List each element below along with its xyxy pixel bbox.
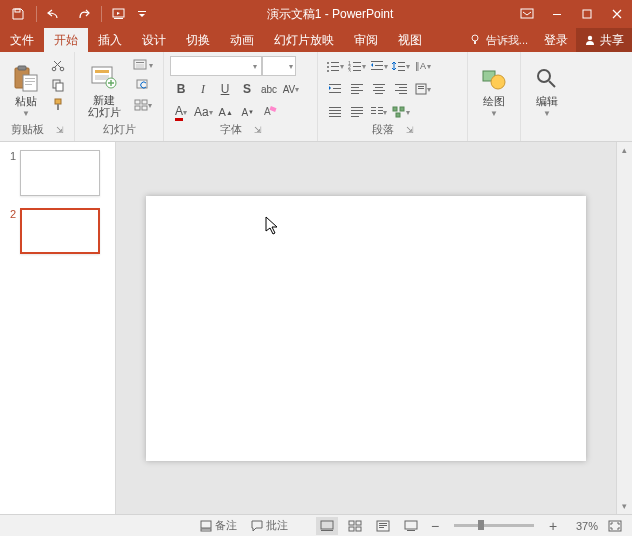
- bold-button[interactable]: B: [170, 79, 192, 99]
- shrink-font-button[interactable]: A▼: [237, 102, 259, 122]
- tab-design[interactable]: 设计: [132, 28, 176, 52]
- char-spacing-button[interactable]: AV▾: [280, 79, 302, 99]
- indent-decrease-button[interactable]: ▾: [368, 56, 390, 76]
- tab-file[interactable]: 文件: [0, 28, 44, 52]
- comment-icon: [251, 520, 263, 532]
- underline-button[interactable]: U: [214, 79, 236, 99]
- slide-canvas-area[interactable]: [116, 142, 616, 514]
- distributed-button[interactable]: [346, 102, 368, 122]
- notes-icon: [200, 520, 212, 532]
- fit-to-window-button[interactable]: [604, 517, 626, 535]
- font-family-picker[interactable]: ▾: [170, 56, 262, 76]
- reading-view-button[interactable]: [372, 517, 394, 535]
- change-case-button[interactable]: Aa▾: [192, 102, 215, 122]
- sign-in-link[interactable]: 登录: [536, 32, 576, 49]
- numbering-button[interactable]: 123▾: [346, 56, 368, 76]
- maximize-button[interactable]: [572, 0, 602, 28]
- start-from-beginning-button[interactable]: [108, 2, 132, 26]
- tab-home[interactable]: 开始: [44, 28, 88, 52]
- tab-transitions[interactable]: 切换: [176, 28, 220, 52]
- slideshow-view-button[interactable]: [400, 517, 422, 535]
- paragraph-launcher[interactable]: ⇲: [406, 125, 414, 135]
- thumbnail-preview: [20, 150, 100, 196]
- svg-rect-39: [331, 66, 339, 67]
- zoom-level[interactable]: 37%: [566, 520, 598, 532]
- shadow-button[interactable]: abc: [258, 79, 280, 99]
- format-painter-button[interactable]: [48, 96, 68, 114]
- convert-smartart-button[interactable]: ▾: [390, 102, 412, 122]
- svg-rect-95: [321, 521, 333, 529]
- zoom-out-button[interactable]: −: [428, 519, 442, 533]
- share-button[interactable]: 共享: [576, 28, 632, 52]
- zoom-slider[interactable]: [454, 524, 534, 527]
- chevron-down-icon: ▼: [543, 109, 551, 118]
- slide-thumbnail-panel[interactable]: 1 2: [0, 142, 116, 514]
- zoom-in-button[interactable]: +: [546, 519, 560, 533]
- justify-button[interactable]: [324, 102, 346, 122]
- svg-rect-73: [329, 107, 341, 108]
- qat-customize-dropdown[interactable]: [136, 2, 148, 26]
- cut-button[interactable]: [48, 56, 68, 74]
- align-left-button[interactable]: [346, 79, 368, 99]
- scroll-down-button[interactable]: ▾: [619, 500, 631, 512]
- ribbon: 粘贴 ▼ 剪贴板⇲ 新建 幻: [0, 52, 632, 142]
- editing-button[interactable]: 编辑 ▼: [527, 56, 567, 120]
- svg-rect-30: [135, 100, 140, 104]
- svg-rect-11: [18, 66, 26, 70]
- paste-button[interactable]: 粘贴 ▼: [6, 56, 46, 120]
- new-slide-button[interactable]: 新建 幻灯片: [81, 56, 127, 120]
- italic-button[interactable]: I: [192, 79, 214, 99]
- svg-rect-78: [351, 110, 363, 111]
- ribbon-display-options-button[interactable]: [512, 0, 542, 28]
- normal-view-button[interactable]: [316, 517, 338, 535]
- text-direction-button[interactable]: ‖A▾: [412, 56, 434, 76]
- tab-view[interactable]: 视图: [388, 28, 432, 52]
- tab-animations[interactable]: 动画: [220, 28, 264, 52]
- copy-button[interactable]: [48, 76, 68, 94]
- tab-review[interactable]: 审阅: [344, 28, 388, 52]
- slide-canvas[interactable]: [146, 196, 586, 461]
- align-center-button[interactable]: [368, 79, 390, 99]
- strike-button[interactable]: S: [236, 79, 258, 99]
- notes-button[interactable]: 备注: [196, 518, 241, 533]
- group-editing: 编辑 ▼: [521, 52, 573, 141]
- scroll-up-button[interactable]: ▴: [619, 144, 631, 156]
- tab-insert[interactable]: 插入: [88, 28, 132, 52]
- close-button[interactable]: [602, 0, 632, 28]
- sorter-view-button[interactable]: [344, 517, 366, 535]
- bullets-button[interactable]: ▾: [324, 56, 346, 76]
- columns-button[interactable]: ▾: [368, 102, 390, 122]
- line-spacing-button[interactable]: ▾: [390, 56, 412, 76]
- align-text-button[interactable]: ▾: [412, 79, 434, 99]
- drawing-button[interactable]: 绘图 ▼: [474, 56, 514, 120]
- reading-icon: [376, 520, 390, 532]
- clear-format-button[interactable]: A: [259, 102, 281, 122]
- align-right-button[interactable]: [390, 79, 412, 99]
- reset-button[interactable]: [129, 76, 157, 94]
- outdent-icon: [370, 60, 384, 72]
- svg-rect-4: [521, 9, 533, 18]
- undo-button[interactable]: [43, 2, 67, 26]
- clipboard-launcher[interactable]: ⇲: [56, 125, 64, 135]
- font-size-picker[interactable]: ▾: [262, 56, 296, 76]
- tell-me-search[interactable]: 告诉我...: [462, 33, 536, 48]
- svg-rect-87: [393, 107, 397, 111]
- section-button[interactable]: ▾: [129, 96, 157, 114]
- vertical-scrollbar[interactable]: ▴ ▾: [616, 142, 632, 514]
- indent-icon: [328, 83, 342, 95]
- new-slide-icon: [90, 64, 118, 92]
- svg-rect-6: [583, 10, 591, 18]
- indent-increase-button[interactable]: [324, 79, 346, 99]
- slide-thumbnail-2[interactable]: 2: [8, 208, 107, 254]
- slide-thumbnail-1[interactable]: 1: [8, 150, 107, 196]
- mouse-cursor-icon: [265, 216, 281, 236]
- font-color-button[interactable]: A▾: [170, 102, 192, 122]
- font-launcher[interactable]: ⇲: [254, 125, 262, 135]
- save-button[interactable]: [6, 2, 30, 26]
- minimize-button[interactable]: [542, 0, 572, 28]
- tab-slideshow[interactable]: 幻灯片放映: [264, 28, 344, 52]
- layout-button[interactable]: ▾: [129, 56, 157, 74]
- comments-button[interactable]: 批注: [247, 518, 292, 533]
- grow-font-button[interactable]: A▲: [215, 102, 237, 122]
- redo-button[interactable]: [71, 2, 95, 26]
